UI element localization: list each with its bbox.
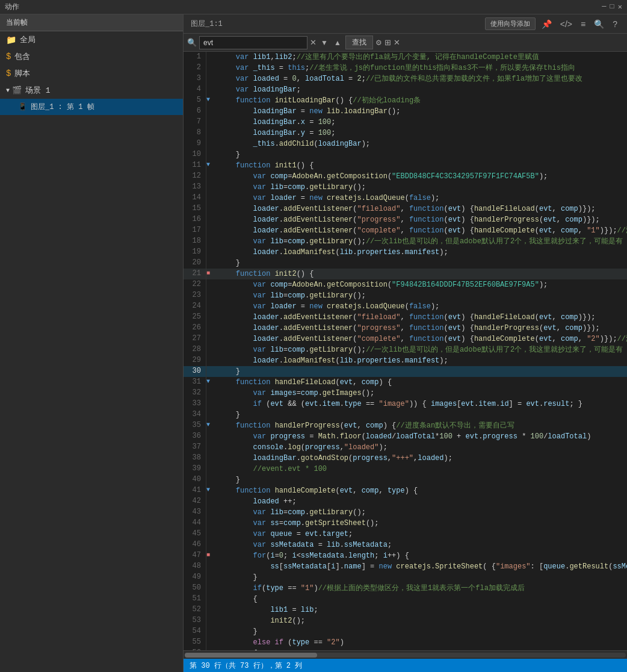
fold-icon[interactable] [206,409,216,420]
search-grid-btn[interactable]: ⊞ [385,38,391,47]
scroll-track[interactable] [185,653,626,658]
code-icon-btn[interactable]: </> [558,18,575,30]
sidebar-item-scene1[interactable]: ▼ 🎬 场景 1 [0,82,183,99]
fold-icon[interactable] [206,290,216,301]
fold-icon[interactable] [206,648,216,650]
fold-icon[interactable] [206,605,216,615]
fold-icon[interactable] [206,117,216,128]
fold-icon[interactable] [206,626,216,637]
fold-icon[interactable] [206,507,216,518]
pin-icon-btn[interactable]: 📌 [539,18,554,30]
line-code: } [216,474,627,485]
fold-icon[interactable] [206,464,216,474]
fold-icon[interactable] [206,431,216,442]
fold-icon[interactable] [206,73,216,84]
search-options-btn[interactable]: ⚙ [375,39,382,47]
fold-icon[interactable] [206,52,216,63]
fold-icon[interactable] [206,453,216,464]
fold-icon[interactable] [206,474,216,485]
list-icon-btn[interactable]: ≡ [578,18,588,30]
sidebar-item-script[interactable]: $ 脚本 [0,65,183,82]
fold-icon[interactable] [206,204,216,214]
line-code: for(i=0; i<ssMetadata.length; i++) { [216,550,627,561]
fold-icon[interactable] [206,106,216,117]
search-icon-btn[interactable]: 🔍 [591,18,607,30]
fold-icon[interactable] [206,442,216,453]
minimize-icon[interactable]: ─ [602,2,606,11]
fold-icon[interactable] [206,258,216,269]
fold-icon[interactable] [206,637,216,648]
search-toggle-btn[interactable]: 🔍 [187,38,197,47]
line-code: var comp=AdobeAn.getComposition("EBDD848… [216,171,627,182]
restore-icon[interactable]: □ [610,2,614,11]
fold-icon[interactable] [206,583,216,594]
fold-icon[interactable] [206,388,216,399]
horizontal-scrollbar[interactable] [184,650,627,659]
fold-icon[interactable] [206,344,216,355]
fold-icon[interactable] [206,128,216,138]
fold-icon[interactable] [206,247,216,258]
fold-icon[interactable] [206,214,216,225]
fold-icon[interactable] [206,279,216,290]
fold-icon[interactable] [206,334,216,344]
fold-icon[interactable] [206,529,216,540]
fold-icon[interactable] [206,236,216,247]
fold-icon[interactable] [206,149,216,160]
sidebar-item-include[interactable]: $ 包含 [0,48,183,65]
fold-icon[interactable] [206,594,216,605]
fold-icon[interactable]: ▼ [206,95,216,106]
fold-icon[interactable] [206,312,216,323]
search-clear-btn[interactable]: ✕ [310,38,317,47]
search-close-btn[interactable]: ✕ [394,38,400,47]
fold-icon[interactable] [206,540,216,550]
folder-icon: 📁 [6,35,16,45]
fold-icon[interactable] [206,572,216,583]
fold-icon[interactable] [206,355,216,366]
line-number: 52 [184,605,206,615]
fold-icon[interactable] [206,399,216,409]
table-row: 34 } [184,409,627,420]
search-down-btn[interactable]: ▼ [319,37,330,48]
wizard-button[interactable]: 使用向导添加 [485,17,536,30]
table-row: 51 { [184,594,627,605]
fold-icon[interactable] [206,561,216,572]
fold-icon[interactable] [206,63,216,73]
fold-icon[interactable] [206,182,216,193]
fold-icon[interactable] [206,193,216,204]
fold-icon[interactable]: ■ [206,269,216,279]
line-code: loadingBar = new lib.loadingBar(); [216,106,627,117]
code-lines: 1 var lib1,lib2;//这里有几个要导出的fla就与几个变量, 记得… [184,52,627,650]
line-number: 1 [184,52,206,63]
close-icon[interactable]: ✕ [618,2,622,11]
fold-icon[interactable] [206,496,216,507]
line-code: var loader = new createjs.LoadQueue(fals… [216,193,627,204]
fold-icon[interactable] [206,301,216,312]
line-number: 33 [184,399,206,409]
line-number: 7 [184,117,206,128]
search-input[interactable] [199,36,307,49]
fold-icon[interactable]: ▼ [206,420,216,431]
fold-icon[interactable] [206,518,216,529]
table-row: 31 ▼ function handleFileLoad(evt, comp) … [184,377,627,388]
fold-icon[interactable] [206,84,216,95]
line-number: 30 [184,366,206,377]
fold-icon[interactable]: ■ [206,550,216,561]
code-editor[interactable]: 1 var lib1,lib2;//这里有几个要导出的fla就与几个变量, 记得… [184,52,627,650]
fold-icon[interactable]: ▼ [206,485,216,496]
line-code: var ss=comp.getSpriteSheet(); [216,518,627,529]
search-find-btn[interactable]: 查找 [345,36,373,49]
sidebar-item-layer1[interactable]: 📱 图层_1 : 第 1 帧 [0,99,183,115]
fold-icon[interactable] [206,171,216,182]
fold-icon[interactable]: ▼ [206,377,216,388]
fold-icon[interactable] [206,225,216,236]
scroll-thumb[interactable] [185,653,317,658]
search-up-btn[interactable]: ▲ [332,37,343,48]
fold-icon[interactable] [206,323,216,334]
fold-icon[interactable] [206,615,216,626]
fold-icon[interactable] [206,138,216,149]
sidebar-item-global[interactable]: 📁 全局 [0,31,183,48]
help-icon-btn[interactable]: ? [610,18,620,30]
fold-icon[interactable] [206,366,216,377]
fold-icon[interactable]: ▼ [206,160,216,171]
line-number: 50 [184,583,206,594]
